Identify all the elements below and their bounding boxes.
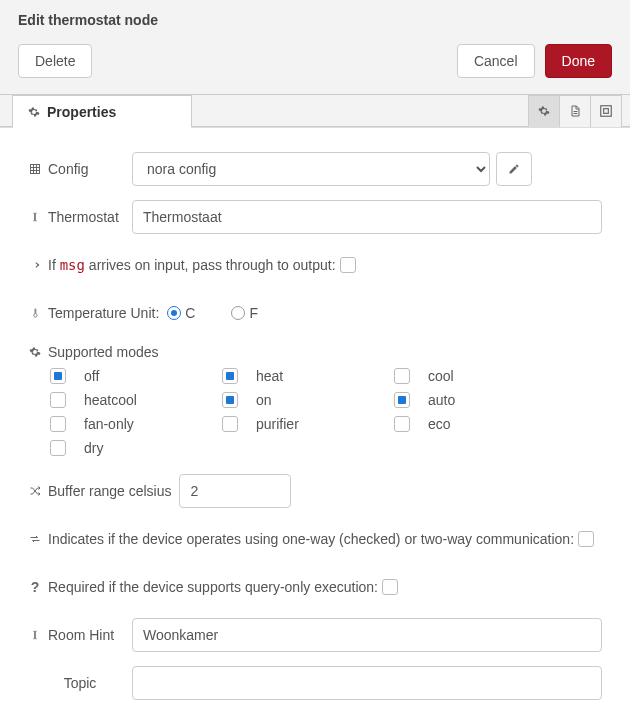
mode-dry-label: dry: [84, 440, 103, 456]
tab-appearance-icon-button[interactable]: [590, 95, 622, 127]
svg-rect-1: [604, 109, 609, 114]
oneway-label: Indicates if the device operates using o…: [48, 531, 574, 547]
temp-unit-f-radio[interactable]: [231, 306, 245, 320]
text-cursor-icon: [28, 210, 42, 224]
roomhint-label: Room Hint: [28, 627, 132, 643]
gear-icon: [28, 346, 42, 358]
mode-cool-label: cool: [428, 368, 454, 384]
tab-properties[interactable]: Properties: [12, 95, 192, 128]
buffer-range-label: Buffer range celsius: [48, 483, 171, 499]
grid-icon: [28, 163, 42, 175]
mode-fan-only: fan-only: [46, 416, 206, 432]
mode-heat: heat: [218, 368, 378, 384]
queryonly-label: Required if the device supports query-on…: [48, 579, 378, 595]
mode-heat-checkbox[interactable]: [222, 368, 238, 384]
mode-on: on: [218, 392, 378, 408]
tab-settings-icon-button[interactable]: [528, 95, 560, 127]
thermostat-label: Thermostat: [28, 209, 132, 225]
mode-on-checkbox[interactable]: [222, 392, 238, 408]
shuffle-icon: [28, 485, 42, 497]
topic-label: Topic: [28, 675, 132, 691]
mode-eco: eco: [390, 416, 550, 432]
mode-purifier: purifier: [218, 416, 378, 432]
config-select[interactable]: nora config: [132, 152, 490, 186]
queryonly-checkbox[interactable]: [382, 579, 398, 595]
done-button[interactable]: Done: [545, 44, 612, 78]
mode-eco-checkbox[interactable]: [394, 416, 410, 432]
buffer-range-input[interactable]: [179, 474, 291, 508]
edit-config-button[interactable]: [496, 152, 532, 186]
oneway-checkbox[interactable]: [578, 531, 594, 547]
temperature-unit-label: Temperature Unit:: [48, 305, 159, 321]
document-icon: [568, 104, 582, 118]
gear-icon: [537, 105, 551, 117]
mode-auto: auto: [390, 392, 550, 408]
mode-dry-checkbox[interactable]: [50, 440, 66, 456]
question-icon: ?: [28, 579, 42, 595]
mode-cool-checkbox[interactable]: [394, 368, 410, 384]
mode-auto-label: auto: [428, 392, 455, 408]
mode-heatcool: heatcool: [46, 392, 206, 408]
gear-icon: [27, 106, 41, 118]
cancel-button[interactable]: Cancel: [457, 44, 535, 78]
mode-fan-only-checkbox[interactable]: [50, 416, 66, 432]
mode-dry: dry: [46, 440, 206, 456]
thermometer-icon: [28, 306, 42, 320]
mode-heatcool-checkbox[interactable]: [50, 392, 66, 408]
svg-rect-0: [601, 106, 612, 117]
delete-button[interactable]: Delete: [18, 44, 92, 78]
pencil-icon: [507, 163, 521, 175]
temp-unit-f-label: F: [249, 305, 258, 321]
mode-off: off: [46, 368, 206, 384]
mode-fan-only-label: fan-only: [84, 416, 134, 432]
mode-heatcool-label: heatcool: [84, 392, 137, 408]
thermostat-input[interactable]: [132, 200, 602, 234]
mode-eco-label: eco: [428, 416, 451, 432]
mode-auto-checkbox[interactable]: [394, 392, 410, 408]
passthrough-label: If msg arrives on input, pass through to…: [48, 257, 336, 273]
mode-off-checkbox[interactable]: [50, 368, 66, 384]
mode-on-label: on: [256, 392, 272, 408]
arrow-right-icon: [28, 259, 42, 271]
temp-unit-c-radio[interactable]: [167, 306, 181, 320]
tab-bar: Properties: [0, 95, 630, 127]
dialog-title: Edit thermostat node: [0, 0, 630, 36]
config-label: Config: [28, 161, 132, 177]
tab-label: Properties: [47, 104, 116, 120]
properties-form: Config nora config Thermostat: [0, 128, 630, 708]
mode-purifier-checkbox[interactable]: [222, 416, 238, 432]
topic-input[interactable]: [132, 666, 602, 700]
text-cursor-icon: [28, 628, 42, 642]
tab-doc-icon-button[interactable]: [559, 95, 591, 127]
mode-heat-label: heat: [256, 368, 283, 384]
bounding-box-icon: [599, 104, 613, 118]
arrows-h-icon: [28, 533, 42, 545]
modes-grid: offheatcoolheatcoolonautofan-onlypurifie…: [46, 368, 602, 456]
mode-purifier-label: purifier: [256, 416, 299, 432]
roomhint-input[interactable]: [132, 618, 602, 652]
mode-off-label: off: [84, 368, 99, 384]
temp-unit-c-label: C: [185, 305, 195, 321]
svg-rect-2: [31, 165, 40, 174]
mode-cool: cool: [390, 368, 550, 384]
supported-modes-label: Supported modes: [28, 344, 602, 360]
action-bar: Delete Cancel Done: [0, 36, 630, 95]
passthrough-checkbox[interactable]: [340, 257, 356, 273]
